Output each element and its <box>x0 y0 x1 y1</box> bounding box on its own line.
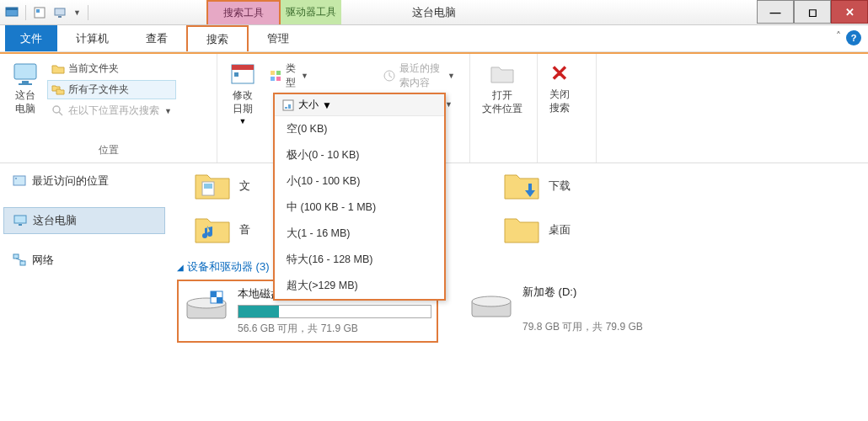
svg-rect-1 <box>6 8 18 10</box>
download-folder-icon <box>503 170 540 202</box>
svg-rect-5 <box>58 16 62 18</box>
chevron-down-icon: ▼ <box>301 72 308 80</box>
tab-manage[interactable]: 管理 <box>249 25 308 51</box>
recent-searches-button[interactable]: 最近的搜索内容 ▼ <box>378 59 459 93</box>
size-menu-item[interactable]: 中 (100 KB - 1 MB) <box>275 195 444 221</box>
size-menu-item[interactable]: 大(1 - 16 MB) <box>275 221 444 247</box>
tab-view[interactable]: 查看 <box>127 25 186 51</box>
devices-section-label: 设备和驱动器 (3) <box>187 259 270 274</box>
network-icon <box>12 253 27 268</box>
svg-rect-24 <box>288 104 291 109</box>
size-dropdown-button[interactable]: 大小 ▼ <box>275 94 444 116</box>
contextual-tab-drive[interactable]: 驱动器工具 <box>281 0 341 24</box>
location-group-label: 位置 <box>7 143 210 159</box>
type-label: 类型 <box>286 61 296 90</box>
ribbon-group-open: 打开 文件位置 <box>470 54 538 163</box>
ribbon-group-location: 这台 电脑 当前文件夹 所有子文件夹 在以下位置再次搜索 ▼ 位置 <box>0 54 217 163</box>
hdd-icon <box>184 286 229 323</box>
window-title: 这台电脑 <box>412 5 456 20</box>
size-menu-item[interactable]: 空(0 KB) <box>275 116 444 142</box>
svg-rect-14 <box>271 71 275 75</box>
svg-rect-8 <box>19 83 32 85</box>
svg-rect-6 <box>14 64 36 79</box>
size-menu-item[interactable]: 极小(0 - 10 KB) <box>275 142 444 168</box>
sidebar-item-recent[interactable]: 最近访问的位置 <box>3 168 165 194</box>
ribbon: 这台 电脑 当前文件夹 所有子文件夹 在以下位置再次搜索 ▼ 位置 <box>0 54 868 163</box>
subfolders-icon <box>51 83 65 97</box>
modify-date-button[interactable]: 修改 日期 ▼ <box>224 57 261 129</box>
svg-line-10 <box>59 112 62 115</box>
desktop-folder-icon <box>503 214 540 246</box>
search-again-button[interactable]: 在以下位置再次搜索 ▼ <box>47 101 176 120</box>
sidebar-item-network[interactable]: 网络 <box>3 248 165 273</box>
open-location-button[interactable]: 打开 文件位置 <box>477 57 528 119</box>
chevron-down-icon: ▼ <box>239 117 247 125</box>
svg-rect-16 <box>271 77 275 81</box>
open-location-label: 打开 文件位置 <box>482 89 522 115</box>
size-icon <box>281 99 295 112</box>
separator <box>25 5 26 20</box>
minimize-button[interactable]: — <box>757 0 794 24</box>
this-pc-button[interactable]: 这台 电脑 <box>7 57 44 119</box>
app-icon <box>5 6 19 19</box>
search-again-label: 在以下位置再次搜索 <box>68 104 159 118</box>
hdd-icon <box>469 285 514 322</box>
ribbon-tabs: 文件 计算机 查看 搜索 管理 ˄ ? <box>0 25 868 52</box>
recent-searches-label: 最近的搜索内容 <box>399 61 442 90</box>
close-button[interactable]: ✕ <box>831 0 868 24</box>
close-search-button[interactable]: ✕ 关闭 搜索 <box>544 57 575 118</box>
type-button[interactable]: 类型 ▼ <box>265 59 313 93</box>
tab-search[interactable]: 搜索 <box>186 25 249 51</box>
qat-dropdown[interactable]: ▼ <box>73 8 81 17</box>
sidebar-recent-label: 最近访问的位置 <box>32 173 109 189</box>
folder-label: 桌面 <box>549 222 571 237</box>
drive-d-freespace: 79.8 GB 可用，共 79.9 GB <box>522 320 643 334</box>
current-folder-label: 当前文件夹 <box>68 61 119 76</box>
calendar-icon <box>229 61 256 88</box>
contextual-tabs: 搜索工具 驱动器工具 <box>206 0 341 24</box>
quick-access-toolbar: ▼ <box>0 5 88 20</box>
history-icon <box>383 69 396 83</box>
modify-date-label: 修改 日期 <box>233 89 253 115</box>
folder-item-desktop[interactable]: 桌面 <box>503 214 571 246</box>
computer-icon <box>13 213 28 228</box>
current-folder-button[interactable]: 当前文件夹 <box>47 59 176 78</box>
music-folder-icon <box>194 214 231 246</box>
sidebar-network-label: 网络 <box>32 253 54 268</box>
tab-computer[interactable]: 计算机 <box>57 25 127 51</box>
recent-icon <box>12 173 27 189</box>
folder-item[interactable]: 文 <box>194 170 250 202</box>
svg-point-9 <box>53 106 60 113</box>
all-subfolders-button[interactable]: 所有子文件夹 <box>47 80 176 99</box>
all-subfolders-label: 所有子文件夹 <box>68 83 129 97</box>
size-menu-item[interactable]: 特大(16 - 128 MB) <box>275 247 444 273</box>
folder-item[interactable]: 音 <box>194 214 250 246</box>
chevron-down-icon: ▼ <box>447 72 455 80</box>
svg-point-40 <box>472 296 511 306</box>
ribbon-group-close: ✕ 关闭 搜索 <box>538 54 597 163</box>
contextual-tab-search[interactable]: 搜索工具 <box>206 0 281 24</box>
sidebar-item-this-pc[interactable]: 这台电脑 <box>3 207 165 234</box>
drive-d[interactable]: 新加卷 (D:) 79.8 GB 可用，共 79.9 GB <box>463 280 648 343</box>
folder-label: 音 <box>239 222 250 237</box>
window-controls: — ◻ ✕ <box>757 0 868 24</box>
svg-rect-7 <box>22 81 29 83</box>
collapse-ribbon-icon[interactable]: ˄ <box>836 30 841 45</box>
svg-rect-4 <box>55 8 65 15</box>
collapse-triangle-icon: ◢ <box>177 263 184 272</box>
help-icon[interactable]: ? <box>846 30 861 45</box>
computer-icon[interactable] <box>53 6 67 19</box>
size-menu-item[interactable]: 超大(>129 MB) <box>275 273 444 299</box>
svg-rect-25 <box>13 176 25 185</box>
titlebar: ▼ 搜索工具 驱动器工具 这台电脑 — ◻ ✕ <box>0 0 868 25</box>
svg-rect-38 <box>217 297 222 303</box>
monitor-icon <box>12 61 39 88</box>
drive-d-name: 新加卷 (D:) <box>522 285 643 300</box>
svg-rect-28 <box>19 224 22 226</box>
folder-item-downloads[interactable]: 下载 <box>503 170 571 202</box>
properties-icon[interactable] <box>33 6 46 19</box>
size-menu-item[interactable]: 小(10 - 100 KB) <box>275 168 444 195</box>
maximize-button[interactable]: ◻ <box>794 0 831 24</box>
folder-icon <box>51 62 65 76</box>
tab-file[interactable]: 文件 <box>5 25 57 51</box>
